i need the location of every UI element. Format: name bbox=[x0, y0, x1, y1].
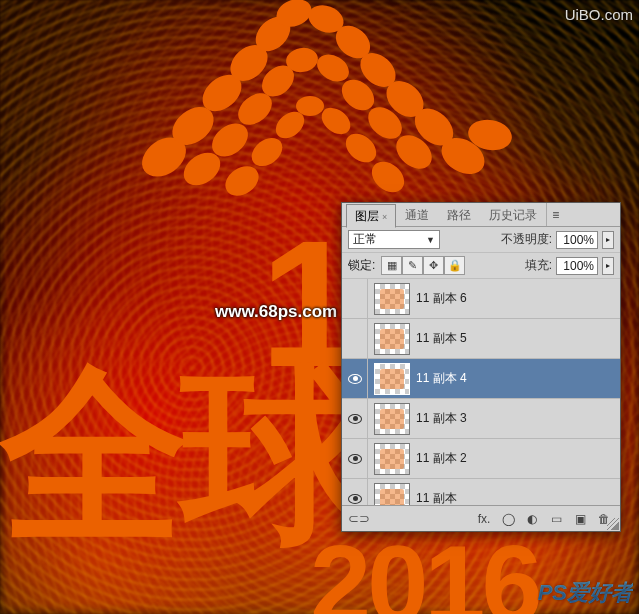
layer-thumbnail[interactable] bbox=[374, 403, 410, 435]
layer-thumbnail[interactable] bbox=[374, 363, 410, 395]
lock-transparency-button[interactable]: ▦ bbox=[381, 256, 402, 275]
tab-layers-label: 图层 bbox=[355, 209, 379, 223]
lock-fill-row: 锁定: ▦ ✎ ✥ 🔒 填充: 100% ▸ bbox=[342, 253, 620, 279]
watermark-corner: PS爱好者 bbox=[538, 578, 633, 608]
visibility-toggle[interactable] bbox=[342, 359, 368, 398]
visibility-toggle[interactable] bbox=[342, 279, 368, 318]
layer-name-label[interactable]: 11 副本 5 bbox=[416, 330, 620, 347]
eye-icon bbox=[348, 414, 362, 424]
panel-footer: ⊂⊃ fx. ◯ ◐ ▭ ▣ 🗑 bbox=[342, 505, 620, 531]
link-layers-icon[interactable]: ⊂⊃ bbox=[348, 511, 370, 526]
lock-position-button[interactable]: ✥ bbox=[423, 256, 444, 275]
lock-pixels-button[interactable]: ✎ bbox=[402, 256, 423, 275]
tab-close-x[interactable]: × bbox=[382, 212, 387, 222]
opacity-label: 不透明度: bbox=[501, 231, 552, 248]
layer-thumbnail[interactable] bbox=[374, 483, 410, 506]
blend-mode-value: 正常 bbox=[353, 231, 377, 248]
tab-paths[interactable]: 路径 bbox=[438, 203, 480, 227]
visibility-toggle[interactable] bbox=[342, 399, 368, 438]
resize-grip-icon[interactable] bbox=[607, 518, 619, 530]
layer-name-label[interactable]: 11 副本 bbox=[416, 490, 620, 505]
fill-label: 填充: bbox=[525, 257, 552, 274]
opacity-input[interactable]: 100% bbox=[556, 231, 598, 249]
layer-list[interactable]: 11 副本 611 副本 511 副本 411 副本 311 副本 211 副本 bbox=[342, 279, 620, 505]
tab-channels[interactable]: 通道 bbox=[396, 203, 438, 227]
adjustment-button[interactable]: ◐ bbox=[522, 510, 542, 528]
opacity-flyout-icon[interactable]: ▸ bbox=[602, 231, 614, 249]
layer-name-label[interactable]: 11 副本 6 bbox=[416, 290, 620, 307]
layer-thumbnail[interactable] bbox=[374, 283, 410, 315]
fill-input[interactable]: 100% bbox=[556, 257, 598, 275]
eye-icon bbox=[348, 494, 362, 504]
layer-name-label[interactable]: 11 副本 4 bbox=[416, 370, 620, 387]
panel-menu-icon[interactable]: ≡ bbox=[546, 203, 564, 226]
layer-thumbnail[interactable] bbox=[374, 443, 410, 475]
visibility-toggle[interactable] bbox=[342, 319, 368, 358]
layer-row[interactable]: 11 副本 5 bbox=[342, 319, 620, 359]
layer-name-label[interactable]: 11 副本 3 bbox=[416, 410, 620, 427]
fx-button[interactable]: fx. bbox=[474, 510, 494, 528]
layer-name-label[interactable]: 11 副本 2 bbox=[416, 450, 620, 467]
panel-tab-bar: 图层× 通道 路径 历史记录 ≡ bbox=[342, 203, 620, 227]
watermark-center: www.68ps.com bbox=[215, 302, 337, 322]
visibility-toggle[interactable] bbox=[342, 439, 368, 478]
lock-all-button[interactable]: 🔒 bbox=[444, 256, 465, 275]
group-button[interactable]: ▭ bbox=[546, 510, 566, 528]
layer-row[interactable]: 11 副本 4 bbox=[342, 359, 620, 399]
layer-row[interactable]: 11 副本 bbox=[342, 479, 620, 505]
visibility-toggle[interactable] bbox=[342, 479, 368, 505]
fill-value: 100% bbox=[563, 259, 594, 273]
text-year: 2016 bbox=[310, 520, 539, 614]
mask-button[interactable]: ◯ bbox=[498, 510, 518, 528]
layer-row[interactable]: 11 副本 3 bbox=[342, 399, 620, 439]
blend-mode-select[interactable]: 正常 ▼ bbox=[348, 230, 440, 249]
opacity-value: 100% bbox=[563, 233, 594, 247]
blend-opacity-row: 正常 ▼ 不透明度: 100% ▸ bbox=[342, 227, 620, 253]
lock-icon-group: ▦ ✎ ✥ 🔒 bbox=[381, 256, 465, 275]
lock-label: 锁定: bbox=[348, 257, 375, 274]
watermark-url: UiBO.com bbox=[565, 6, 633, 23]
eye-icon bbox=[348, 454, 362, 464]
layer-thumbnail[interactable] bbox=[374, 323, 410, 355]
tab-layers[interactable]: 图层× bbox=[346, 204, 396, 228]
new-layer-button[interactable]: ▣ bbox=[570, 510, 590, 528]
layer-row[interactable]: 11 副本 6 bbox=[342, 279, 620, 319]
chevron-down-icon: ▼ bbox=[426, 235, 435, 245]
cat-head-dots bbox=[90, 0, 550, 230]
fill-flyout-icon[interactable]: ▸ bbox=[602, 257, 614, 275]
layer-row[interactable]: 11 副本 2 bbox=[342, 439, 620, 479]
layers-panel[interactable]: 图层× 通道 路径 历史记录 ≡ 正常 ▼ 不透明度: 100% ▸ 锁定: ▦… bbox=[341, 202, 621, 532]
tab-history[interactable]: 历史记录 bbox=[480, 203, 546, 227]
eye-icon bbox=[348, 374, 362, 384]
